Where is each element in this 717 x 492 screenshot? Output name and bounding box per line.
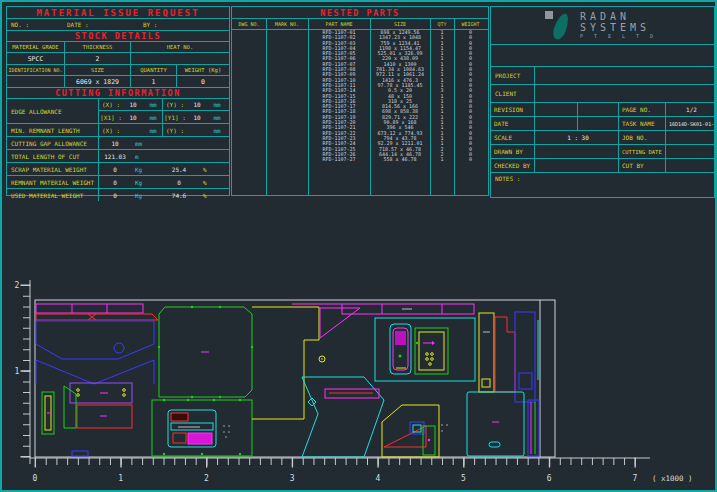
edge-y1-value: 10 [187,114,207,121]
material-issue-panel: MATERIAL ISSUE REQUEST NO. : DATE : BY :… [6,6,230,196]
project-row: PROJECT [491,67,714,85]
logo-leaf [551,11,572,40]
revision-cell-1 [535,103,578,116]
no-date-by-row: NO. : DATE : BY : [7,19,229,31]
min-remnant-x-unit: mm [143,127,163,134]
remnant-weight-label: REMNANT MATERIAL WEIGHT [7,176,99,188]
edge-y1-unit: mm [207,114,227,121]
part-blue-group [36,321,154,456]
stock-weight-value: 0 [177,76,229,87]
drawn-by-label: DRAWN BY [491,145,535,158]
cutting-gap-value: 10 [99,137,131,149]
nest-viewport[interactable]: 2 1 0 1 2 3 4 5 6 7 ( x1000 ) [2,198,717,490]
logo-line3: P T E L T D [580,33,657,40]
by-label: BY : [139,19,229,30]
edge-x1-label: [X1] : [99,114,123,121]
client-row: CLIENT [491,85,714,103]
checked-by-value [535,159,619,172]
x-axis-label-3: 3 [290,474,295,483]
x-axis-label-7: 7 [633,474,638,483]
edge-x-label: (X) : [99,101,123,108]
part-yellow-region [252,304,360,419]
min-remnant-y-cell: (Y) : mm [163,124,229,136]
scale-value: 1 : 30 [535,131,619,144]
part-green-large [158,306,253,398]
scrap-weight-row: SCRAP MATERIAL WEIGHT 0 Kg 25.4 % [7,163,229,176]
cut-by-label: CUT BY [619,159,666,172]
min-remnant-row: MIN. REMNANT LENGTH (X) : mm (Y) : mm [7,124,229,137]
min-remnant-y-unit: mm [207,127,227,134]
remnant-weight-pct: 0 [159,176,199,188]
edge-y-cell: (Y) : 10 mm [163,99,229,111]
project-value [535,67,714,84]
part-bottom-right-group [467,392,539,456]
title-block-blank-row [491,45,714,67]
quantity-header: QUANTITY [131,65,177,75]
nested-parts-panel: NESTED PARTS DWG NO. MARK NO. PART NAME … [231,6,489,196]
logo-square [545,11,553,19]
edge-x-unit: mm [143,101,163,108]
scrap-weight-value: 0 [99,163,131,175]
job-no-label: JOB NO. [619,131,666,144]
scrap-weight-pct-unit: % [199,163,229,175]
date-cell-2 [578,117,619,130]
part-qty-header: QTY [430,19,454,29]
column-divider [370,19,371,195]
sheet-outline [35,300,555,457]
column-divider [454,19,455,195]
task-name-label: TASK NAME [619,117,666,130]
part-tall-group [479,312,538,402]
part-yellow-polygon [382,405,448,457]
revision-cell-2 [578,103,619,116]
cutting-gap-label: CUTTING GAP ALLOWANCE [7,137,99,149]
date-cell-1 [535,117,578,130]
stock-value-row-2: 6069 x 1829 1 0 [7,76,229,88]
total-length-value: 121.03 [99,150,131,162]
column-divider [308,19,309,195]
stock-details-title: STOCK DETAILS [7,31,229,42]
material-grade-header: MATERIAL GRADE [7,42,65,52]
part-green-tray [152,399,252,456]
task-name-value: 16D14D-SK01-01-1-0 [666,117,714,130]
radan-logo: RADAN SYSTEMS P T E L T D [491,7,714,45]
cutting-date-value [666,145,714,158]
part-cyan-container [375,318,475,381]
x-axis-label-4: 4 [375,474,380,483]
nest-drawing [36,304,539,457]
logo-text: RADAN SYSTEMS P T E L T D [580,11,657,40]
checked-by-label: CHECKED BY [491,159,535,172]
stock-quantity-value: 1 [131,76,177,87]
radan-nest-report-window: MATERIAL ISSUE REQUEST NO. : DATE : BY :… [0,0,717,492]
cut-by-value [666,159,714,172]
v-ruler-labels: 2 1 [15,281,20,376]
part-strip-magenta-2 [342,304,474,314]
nested-parts-table: DWG NO. MARK NO. PART NAME SIZE QTY WEIG… [232,19,488,195]
x-axis-label-1: 1 [118,474,123,483]
h-ruler-labels: 0 1 2 3 4 5 6 7 ( x1000 ) [33,474,693,483]
stock-size-value: 6069 x 1829 [65,76,131,87]
mark-no-header: MARK NO. [266,19,308,29]
total-length-unit: m [131,150,159,162]
x-axis-label-6: 6 [547,474,552,483]
notes-label: NOTES : [495,175,520,182]
logo-line1: RADAN [580,11,657,22]
table-row: RFD-1107-27558 x 46.7810 [232,157,488,162]
cutting-gap-row: CUTTING GAP ALLOWANCE 10 mm [7,137,229,150]
logo-line2: SYSTEMS [580,22,657,33]
material-issue-title: MATERIAL ISSUE REQUEST [7,7,229,19]
part-weight-header: WEIGHT (Kg) [454,19,487,29]
stock-header-row-2: IDENTIFICATION NO. SIZE QUANTITY WEIGHT … [7,65,229,76]
edge-y-label: (Y) : [163,101,187,108]
part-name-header: PART NAME [308,19,370,29]
edge-allowance-label: EDGE ALLOWANCE [7,99,99,123]
checked-by-row: CHECKED BY CUT BY [491,159,714,173]
part-strip-magenta [36,304,143,313]
total-length-label: TOTAL LENGTH OF CUT [7,150,99,162]
revision-label: REVISION [491,103,535,116]
nested-parts-header-row: DWG NO. MARK NO. PART NAME SIZE QTY WEIG… [232,19,488,30]
part-magenta-bar [325,389,379,398]
edge-y1-cell: [Y1] : 10 mm [163,111,229,123]
min-remnant-label: MIN. REMNANT LENGTH [7,124,99,136]
remnant-weight-pct-unit: % [199,176,229,188]
part-size-header: SIZE [370,19,430,29]
